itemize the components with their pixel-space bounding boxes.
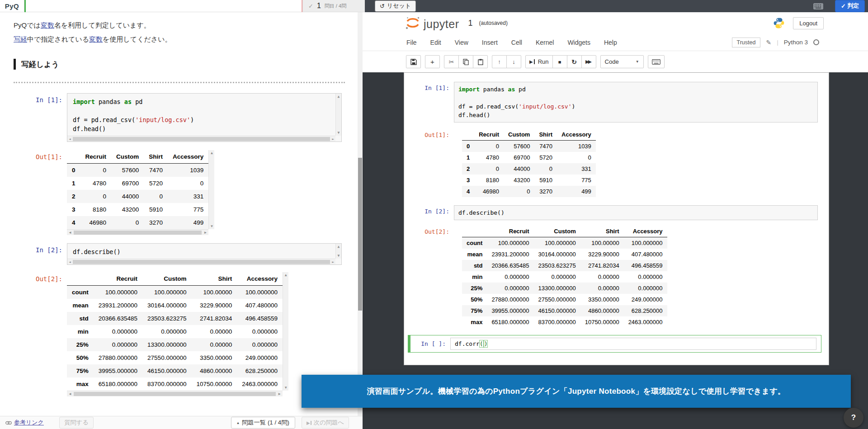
table-row: 20440000331: [462, 163, 596, 174]
vertical-scrollbar[interactable]: ▲▼: [335, 244, 341, 259]
paste-cell-button[interactable]: [473, 55, 488, 68]
table-cell: 39955.000000: [487, 305, 533, 316]
table-row: max65180.00000083700.00000010750.0000024…: [462, 316, 667, 328]
menu-cell[interactable]: Cell: [511, 39, 522, 46]
lesson-cell-out2: Out[2]: RecruitCustomShirtAccessorycount…: [14, 272, 344, 396]
vertical-scrollbar[interactable]: ▲▼: [335, 94, 341, 136]
arrow-down-icon: ↓: [512, 58, 515, 65]
horizontal-scrollbar[interactable]: ◄►: [67, 259, 335, 264]
menu-kernel[interactable]: Kernel: [536, 39, 554, 46]
table-cell: 83700.000000: [142, 377, 191, 391]
intro-link-hensu[interactable]: 変数: [41, 21, 54, 29]
panel-scrollbar-thumb[interactable]: [358, 158, 362, 311]
code-cell-in1[interactable]: import pandas as pddf = pd.read_csv('inp…: [67, 93, 342, 142]
scrollbar-thumb[interactable]: [73, 137, 330, 141]
scrollbar-thumb[interactable]: [74, 231, 202, 235]
table-cell: 0: [144, 190, 168, 203]
ask-question-button[interactable]: 質問する: [59, 417, 94, 429]
help-button[interactable]: ?: [844, 408, 863, 428]
active-cell[interactable]: In [ ]: df.corr(): [408, 335, 821, 353]
judge-button[interactable]: ✓ 判定: [835, 0, 865, 12]
table-cell: 1039: [557, 141, 596, 152]
ask-question-label: 質問する: [64, 419, 89, 427]
table-cell: 0.000000: [624, 271, 667, 283]
intro-text: 名を利用して判定しています。: [54, 21, 151, 29]
active-cell-input[interactable]: df.corr(): [450, 338, 816, 350]
restart-kernel-button[interactable]: ↻: [567, 55, 582, 68]
vertical-scrollbar[interactable]: ▲▼: [208, 150, 214, 229]
next-problem-button[interactable]: ▶ 次の問題へ: [302, 417, 349, 429]
pyq-logo[interactable]: PyQ: [0, 0, 24, 12]
cell-type-select[interactable]: Code ▼: [600, 55, 644, 68]
table-cell: 43200: [504, 174, 534, 186]
code-cell-input[interactable]: import pandas as pddf = pd.read_csv('inp…: [454, 82, 818, 123]
intro-link-hensu-2[interactable]: 変数: [89, 35, 103, 43]
run-cell-button[interactable]: ▶Run: [525, 55, 553, 68]
table-cell: 5910: [144, 203, 168, 216]
add-cell-button[interactable]: +: [425, 55, 440, 68]
notebook-output-1: Out[1]: RecruitCustomShirtAccessory00576…: [404, 129, 829, 197]
code-cell-input[interactable]: df.describe(): [454, 205, 818, 220]
reset-button[interactable]: ↺ リセット: [375, 0, 416, 12]
code-cell-in2[interactable]: df.describe() ▲▼ ◄►: [67, 243, 342, 265]
logout-button[interactable]: Logout: [793, 17, 824, 29]
output-table-container: RecruitCustomShirtAccessorycount100.0000…: [67, 272, 288, 396]
table-row: 147806970057200: [67, 177, 208, 190]
save-button[interactable]: [406, 55, 421, 68]
notebook-title[interactable]: 1: [468, 19, 473, 28]
restart-run-all-button[interactable]: ▶▶: [581, 55, 596, 68]
cut-cell-button[interactable]: ✂: [444, 55, 459, 68]
menu-view[interactable]: View: [455, 39, 468, 46]
notebook-document: In [1]: import pandas as pddf = pd.read_…: [404, 72, 829, 365]
table-cell: 249.000000: [237, 351, 283, 364]
table-row: max65180.00000083700.00000010750.0000024…: [67, 377, 283, 391]
table-cell: 13300.000000: [534, 283, 580, 294]
menu-help[interactable]: Help: [604, 39, 617, 46]
kernel-status-icon: [813, 39, 819, 45]
table-cell: 100.00000: [191, 286, 237, 299]
reference-link[interactable]: 参考リンク: [5, 419, 44, 427]
progress-number: 1: [317, 2, 321, 10]
column-header: Shirt: [580, 226, 624, 237]
menu-file[interactable]: File: [406, 39, 417, 46]
move-cell-down-button[interactable]: ↓: [506, 55, 521, 68]
intro-link-shakyo[interactable]: 写経: [14, 35, 27, 43]
row-index: std: [67, 312, 94, 325]
scrollbar-thumb[interactable]: [74, 392, 276, 396]
problem-list-button[interactable]: ▴ 問題一覧 (1 / 4問): [231, 417, 295, 429]
code-token: ): [190, 116, 194, 123]
table-row: 44698003270499: [67, 216, 208, 229]
table-cell: 3229.90000: [580, 249, 624, 260]
table-cell: 0.00000: [580, 283, 624, 294]
table-cell: 4860.00000: [191, 364, 237, 377]
table-row: std20366.63548523503.6232752741.82034496…: [462, 260, 667, 271]
column-header: Custom: [111, 150, 144, 164]
jupyter-logo[interactable]: jupyter: [405, 16, 459, 30]
panel-scrollbar[interactable]: [358, 12, 363, 416]
move-cell-up-button[interactable]: ↑: [492, 55, 507, 68]
horizontal-scrollbar[interactable]: ◄►: [67, 391, 283, 396]
row-index: 2: [462, 163, 474, 174]
row-index: std: [462, 260, 487, 271]
horizontal-scrollbar[interactable]: ◄►: [67, 229, 208, 235]
bottom-bar: 参考リンク 質問する ▴ 問題一覧 (1 / 4問) ▶ 次の問題へ: [0, 416, 363, 429]
menu-widgets[interactable]: Widgets: [567, 39, 590, 46]
column-header: Accessory: [624, 226, 667, 237]
scrollbar-thumb[interactable]: [73, 260, 330, 264]
jupyter-logo-icon: [405, 16, 420, 30]
keyboard-shortcuts-icon[interactable]: [813, 3, 823, 9]
table-cell: 0.000000: [237, 338, 283, 351]
column-header: Recruit: [487, 226, 533, 237]
menu-insert[interactable]: Insert: [482, 39, 498, 46]
copy-cell-button[interactable]: [458, 55, 473, 68]
interrupt-kernel-button[interactable]: ■: [552, 55, 567, 68]
command-palette-button[interactable]: [648, 55, 665, 68]
jupyter-header-row: jupyter 1 (autosaved) Logout: [363, 12, 868, 34]
vertical-scrollbar[interactable]: ▲▼: [283, 272, 288, 391]
table-cell: 775: [168, 203, 208, 216]
top-bar-dark-section: ↺ リセット ✓ 判定: [365, 0, 868, 12]
horizontal-scrollbar[interactable]: ◄►: [67, 136, 335, 141]
kernel-name[interactable]: Python 3: [784, 39, 808, 46]
trusted-badge[interactable]: Trusted: [732, 38, 761, 47]
menu-edit[interactable]: Edit: [430, 39, 441, 46]
